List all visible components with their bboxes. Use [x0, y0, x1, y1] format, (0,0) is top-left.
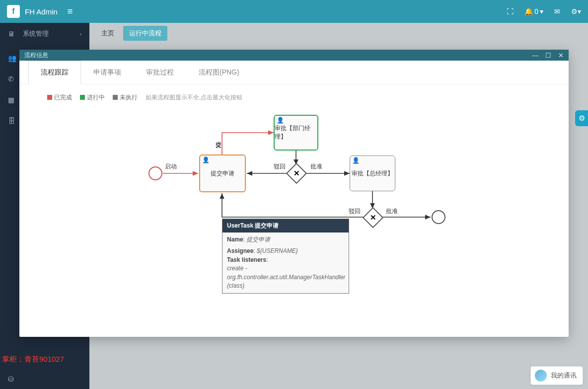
- logo-icon: f: [7, 5, 20, 18]
- fullscreen-icon[interactable]: ⛶: [507, 7, 514, 15]
- modal-tabs: 流程跟踪 申请事项 审批过程 流程图(PNG): [19, 61, 569, 84]
- mail-icon[interactable]: ✉: [554, 7, 560, 15]
- briefcase-icon: 🗄: [8, 117, 17, 125]
- modal-title: 流程信息: [24, 51, 48, 60]
- label-reject2: 驳回: [349, 207, 361, 216]
- legend-running: 进行中: [80, 93, 105, 102]
- monitor-icon: 🖥: [8, 30, 17, 38]
- notifications-icon[interactable]: 🔔0▾: [524, 7, 543, 15]
- tab-audit[interactable]: 审批过程: [134, 61, 186, 84]
- user-icon: 👤: [202, 156, 210, 163]
- app-header: f FH Admin ≡ ⛶ 🔔0▾ ✉ ⚙▾: [0, 0, 588, 23]
- maximize-icon[interactable]: ☐: [545, 52, 551, 59]
- label-approve2: 批准: [386, 207, 398, 216]
- node-gateway2[interactable]: ✕: [363, 207, 383, 228]
- tooltip-body: Name: 提交申请 Assignee: ${USERNAME} Task li…: [222, 233, 349, 293]
- tab-trace[interactable]: 流程跟踪: [28, 61, 81, 84]
- page-tabs: 主页 运行中流程: [95, 25, 167, 42]
- legend: 已完成 进行中 未执行 如果流程图显示不全,点击最大化按钮: [19, 84, 569, 102]
- user-icon: 👤: [352, 157, 360, 164]
- task-tooltip: UserTask 提交申请 Name: 提交申请 Assignee: ${USE…: [222, 219, 349, 294]
- label-start: 启动: [165, 162, 177, 171]
- avatar-icon: [535, 370, 547, 382]
- label-approve1: 批准: [310, 162, 322, 171]
- phone-icon: ✆: [8, 75, 17, 83]
- grid-icon: ▦: [8, 96, 17, 104]
- settings-icon[interactable]: ⚙▾: [571, 7, 581, 15]
- modal-titlebar: 流程信息 — ☐ ✕: [19, 50, 569, 61]
- label-reject1: 驳回: [274, 162, 286, 171]
- settings-pull-tab[interactable]: ⚙: [575, 110, 588, 126]
- minimize-icon[interactable]: —: [532, 52, 538, 59]
- tab-apply[interactable]: 申请事项: [81, 61, 134, 84]
- legend-done: 已完成: [47, 93, 72, 102]
- node-end[interactable]: [432, 210, 445, 224]
- node-audit2[interactable]: 👤 审批【总经理】: [350, 156, 395, 191]
- app-title: FH Admin: [25, 7, 58, 16]
- legend-pending: 未执行: [113, 93, 138, 102]
- watermark-text: 掌柜：青苔901027: [2, 355, 64, 364]
- database-icon[interactable]: ⛁: [8, 375, 14, 383]
- node-start[interactable]: [148, 166, 162, 180]
- sidebar-item-system[interactable]: 🖥 系统管理 ›: [0, 23, 89, 45]
- legend-hint: 如果流程图显示不全,点击最大化按钮: [146, 93, 242, 102]
- sidebar-item-label: 系统管理: [23, 29, 49, 38]
- tab-home[interactable]: 主页: [95, 26, 120, 41]
- chat-button[interactable]: 我的通讯: [530, 366, 583, 385]
- tab-running-process[interactable]: 运行中流程: [123, 26, 167, 41]
- node-gateway1[interactable]: ✕: [286, 163, 307, 184]
- chevron-right-icon: ›: [80, 31, 81, 37]
- close-icon[interactable]: ✕: [558, 52, 564, 59]
- tooltip-header: UserTask 提交申请: [222, 219, 349, 233]
- chat-label: 我的通讯: [551, 371, 577, 380]
- tab-png[interactable]: 流程图(PNG): [186, 61, 252, 84]
- node-submit[interactable]: 👤 提交申请: [199, 155, 246, 192]
- node-audit1[interactable]: 👤 审批【部门经理】: [274, 115, 318, 151]
- user-icon: 👤: [277, 117, 284, 124]
- users-icon: 👥: [8, 54, 17, 62]
- menu-toggle-icon[interactable]: ≡: [68, 6, 73, 17]
